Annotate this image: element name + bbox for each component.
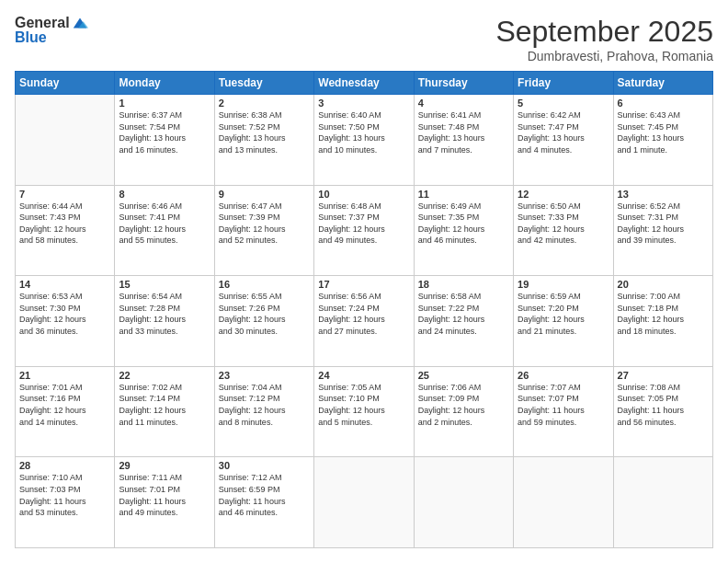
- calendar-cell: 2Sunrise: 6:38 AM Sunset: 7:52 PM Daylig…: [214, 95, 313, 186]
- calendar-week-2: 14Sunrise: 6:53 AM Sunset: 7:30 PM Dayli…: [16, 276, 713, 367]
- day-number: 16: [219, 279, 310, 290]
- day-number: 21: [19, 370, 110, 381]
- day-number: 20: [618, 279, 709, 290]
- calendar-header-row: Sunday Monday Tuesday Wednesday Thursday…: [16, 72, 713, 95]
- calendar-cell: [514, 457, 613, 548]
- day-info: Sunrise: 6:59 AM Sunset: 7:20 PM Dayligh…: [518, 291, 609, 337]
- calendar-week-3: 21Sunrise: 7:01 AM Sunset: 7:16 PM Dayli…: [16, 366, 713, 457]
- day-info: Sunrise: 6:55 AM Sunset: 7:26 PM Dayligh…: [219, 291, 310, 337]
- day-info: Sunrise: 6:41 AM Sunset: 7:48 PM Dayligh…: [418, 109, 509, 155]
- calendar-cell: 21Sunrise: 7:01 AM Sunset: 7:16 PM Dayli…: [16, 366, 115, 457]
- day-info: Sunrise: 6:37 AM Sunset: 7:54 PM Dayligh…: [119, 109, 210, 155]
- calendar-cell: 20Sunrise: 7:00 AM Sunset: 7:18 PM Dayli…: [613, 276, 712, 367]
- calendar-cell: 11Sunrise: 6:49 AM Sunset: 7:35 PM Dayli…: [414, 185, 513, 276]
- day-info: Sunrise: 6:53 AM Sunset: 7:30 PM Dayligh…: [19, 291, 110, 337]
- header-tuesday: Tuesday: [214, 72, 313, 95]
- day-info: Sunrise: 7:00 AM Sunset: 7:18 PM Dayligh…: [618, 291, 709, 337]
- logo-blue-text: Blue: [15, 29, 47, 46]
- calendar-cell: 17Sunrise: 6:56 AM Sunset: 7:24 PM Dayli…: [314, 276, 414, 367]
- day-info: Sunrise: 6:49 AM Sunset: 7:35 PM Dayligh…: [418, 201, 509, 247]
- calendar-cell: 24Sunrise: 7:05 AM Sunset: 7:10 PM Dayli…: [314, 366, 414, 457]
- calendar-cell: 4Sunrise: 6:41 AM Sunset: 7:48 PM Daylig…: [414, 95, 513, 186]
- day-info: Sunrise: 6:48 AM Sunset: 7:37 PM Dayligh…: [318, 201, 409, 247]
- day-number: 4: [418, 98, 509, 109]
- calendar-cell: 27Sunrise: 7:08 AM Sunset: 7:05 PM Dayli…: [613, 366, 712, 457]
- day-number: 3: [318, 98, 409, 109]
- day-info: Sunrise: 7:07 AM Sunset: 7:07 PM Dayligh…: [518, 382, 609, 428]
- calendar-cell: 14Sunrise: 6:53 AM Sunset: 7:30 PM Dayli…: [16, 276, 115, 367]
- calendar-cell: 12Sunrise: 6:50 AM Sunset: 7:33 PM Dayli…: [514, 185, 613, 276]
- day-number: 13: [618, 189, 709, 200]
- month-title: September 2025: [495, 15, 713, 49]
- day-info: Sunrise: 6:44 AM Sunset: 7:43 PM Dayligh…: [19, 201, 110, 247]
- day-info: Sunrise: 6:52 AM Sunset: 7:31 PM Dayligh…: [618, 201, 709, 247]
- day-info: Sunrise: 7:12 AM Sunset: 6:59 PM Dayligh…: [219, 472, 310, 518]
- header-friday: Friday: [514, 72, 613, 95]
- header-monday: Monday: [115, 72, 214, 95]
- calendar-cell: 28Sunrise: 7:10 AM Sunset: 7:03 PM Dayli…: [16, 457, 115, 548]
- calendar-cell: 6Sunrise: 6:43 AM Sunset: 7:45 PM Daylig…: [613, 95, 712, 186]
- calendar-cell: 16Sunrise: 6:55 AM Sunset: 7:26 PM Dayli…: [214, 276, 313, 367]
- calendar-cell: 15Sunrise: 6:54 AM Sunset: 7:28 PM Dayli…: [115, 276, 214, 367]
- calendar-cell: 3Sunrise: 6:40 AM Sunset: 7:50 PM Daylig…: [314, 95, 414, 186]
- day-info: Sunrise: 7:05 AM Sunset: 7:10 PM Dayligh…: [318, 382, 409, 428]
- header-saturday: Saturday: [613, 72, 712, 95]
- calendar-table: Sunday Monday Tuesday Wednesday Thursday…: [15, 71, 713, 548]
- day-info: Sunrise: 6:42 AM Sunset: 7:47 PM Dayligh…: [518, 109, 609, 155]
- calendar-cell: [414, 457, 513, 548]
- day-info: Sunrise: 7:06 AM Sunset: 7:09 PM Dayligh…: [418, 382, 509, 428]
- calendar-cell: 10Sunrise: 6:48 AM Sunset: 7:37 PM Dayli…: [314, 185, 414, 276]
- day-number: 1: [119, 98, 210, 109]
- header-wednesday: Wednesday: [314, 72, 414, 95]
- day-info: Sunrise: 7:10 AM Sunset: 7:03 PM Dayligh…: [19, 472, 110, 518]
- day-info: Sunrise: 6:40 AM Sunset: 7:50 PM Dayligh…: [318, 109, 409, 155]
- calendar-cell: 23Sunrise: 7:04 AM Sunset: 7:12 PM Dayli…: [214, 366, 313, 457]
- location: Dumbravesti, Prahova, Romania: [495, 49, 713, 63]
- day-info: Sunrise: 7:01 AM Sunset: 7:16 PM Dayligh…: [19, 382, 110, 428]
- day-number: 11: [418, 189, 509, 200]
- day-info: Sunrise: 6:47 AM Sunset: 7:39 PM Dayligh…: [219, 201, 310, 247]
- day-number: 8: [119, 189, 210, 200]
- calendar-cell: 7Sunrise: 6:44 AM Sunset: 7:43 PM Daylig…: [16, 185, 115, 276]
- calendar-cell: 9Sunrise: 6:47 AM Sunset: 7:39 PM Daylig…: [214, 185, 313, 276]
- day-info: Sunrise: 6:50 AM Sunset: 7:33 PM Dayligh…: [518, 201, 609, 247]
- calendar-cell: 25Sunrise: 7:06 AM Sunset: 7:09 PM Dayli…: [414, 366, 513, 457]
- day-number: 12: [518, 189, 609, 200]
- day-info: Sunrise: 7:11 AM Sunset: 7:01 PM Dayligh…: [119, 472, 210, 518]
- calendar-cell: 19Sunrise: 6:59 AM Sunset: 7:20 PM Dayli…: [514, 276, 613, 367]
- calendar-cell: [16, 95, 115, 186]
- day-info: Sunrise: 6:43 AM Sunset: 7:45 PM Dayligh…: [618, 109, 709, 155]
- day-number: 30: [219, 460, 310, 471]
- day-number: 27: [618, 370, 709, 381]
- day-number: 10: [318, 189, 409, 200]
- logo-icon: [72, 15, 88, 31]
- day-number: 15: [119, 279, 210, 290]
- calendar-week-0: 1Sunrise: 6:37 AM Sunset: 7:54 PM Daylig…: [16, 95, 713, 186]
- day-number: 2: [219, 98, 310, 109]
- day-number: 5: [518, 98, 609, 109]
- day-number: 6: [618, 98, 709, 109]
- day-number: 24: [318, 370, 409, 381]
- page: General Blue September 2025 Dumbravesti,…: [0, 0, 728, 563]
- day-number: 26: [518, 370, 609, 381]
- day-number: 19: [518, 279, 609, 290]
- header: General Blue September 2025 Dumbravesti,…: [15, 15, 713, 63]
- calendar-cell: 1Sunrise: 6:37 AM Sunset: 7:54 PM Daylig…: [115, 95, 214, 186]
- day-number: 25: [418, 370, 509, 381]
- header-sunday: Sunday: [16, 72, 115, 95]
- day-info: Sunrise: 6:46 AM Sunset: 7:41 PM Dayligh…: [119, 201, 210, 247]
- calendar-cell: [613, 457, 712, 548]
- calendar-week-1: 7Sunrise: 6:44 AM Sunset: 7:43 PM Daylig…: [16, 185, 713, 276]
- calendar-cell: 8Sunrise: 6:46 AM Sunset: 7:41 PM Daylig…: [115, 185, 214, 276]
- day-number: 23: [219, 370, 310, 381]
- title-block: September 2025 Dumbravesti, Prahova, Rom…: [495, 15, 713, 63]
- day-info: Sunrise: 6:38 AM Sunset: 7:52 PM Dayligh…: [219, 109, 310, 155]
- day-info: Sunrise: 6:58 AM Sunset: 7:22 PM Dayligh…: [418, 291, 509, 337]
- calendar-cell: [314, 457, 414, 548]
- day-info: Sunrise: 7:04 AM Sunset: 7:12 PM Dayligh…: [219, 382, 310, 428]
- day-number: 22: [119, 370, 210, 381]
- calendar-week-4: 28Sunrise: 7:10 AM Sunset: 7:03 PM Dayli…: [16, 457, 713, 548]
- day-number: 28: [19, 460, 110, 471]
- day-info: Sunrise: 7:08 AM Sunset: 7:05 PM Dayligh…: [618, 382, 709, 428]
- day-number: 9: [219, 189, 310, 200]
